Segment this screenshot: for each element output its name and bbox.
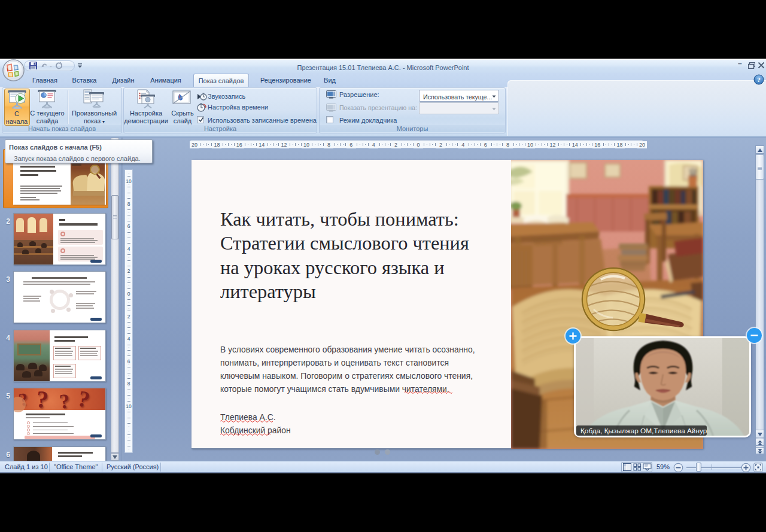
svg-text:?: ? xyxy=(757,76,761,83)
